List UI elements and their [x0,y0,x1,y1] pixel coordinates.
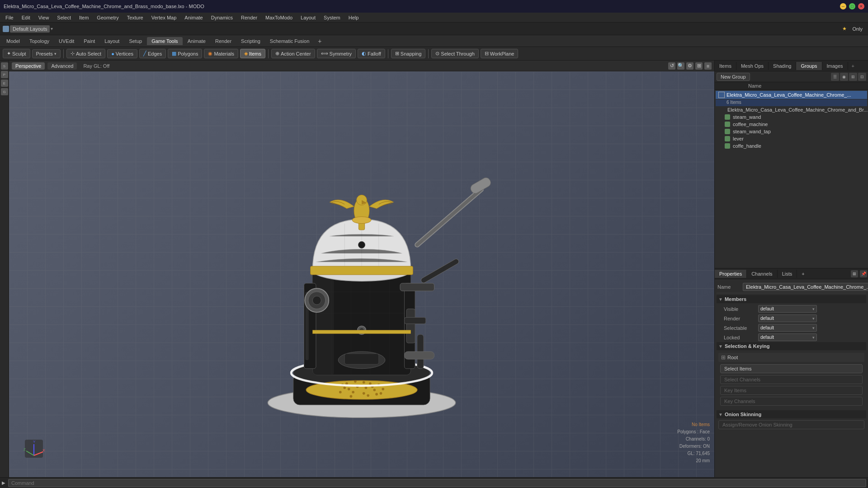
tab-schematic[interactable]: Schematic Fusion [265,37,314,45]
tab-animate[interactable]: Animate [183,37,210,45]
tab-render[interactable]: Render [211,37,236,45]
menu-layout[interactable]: Layout [297,14,319,21]
menu-maxcomodo[interactable]: MaxToModo [262,14,296,21]
scene-item-4[interactable]: lever [716,135,867,142]
scene-group-header[interactable]: Elektra_Micro_Casa_Leva_Coffee_Machine_C… [716,91,867,99]
props-tab-lists[interactable]: Lists [778,270,797,278]
menu-dynamics[interactable]: Dynamics [208,14,236,21]
vp-icon-reset[interactable]: ↺ [668,62,675,70]
tab-topology[interactable]: Topology [25,37,54,45]
props-expand-btn[interactable]: ⊞ [851,270,858,277]
rtab-items[interactable]: Items [715,62,736,70]
vp-icon-search[interactable]: 🔍 [677,62,684,70]
scene-item-1[interactable]: steam_wand [716,113,867,121]
close-button[interactable]: ✕ [858,3,864,9]
falloff-button[interactable]: ◐ Falloff [358,49,385,58]
selectthrough-button[interactable]: ⊙ Select Through [431,49,478,58]
menu-file[interactable]: File [2,14,17,21]
left-icon-2[interactable]: P [1,71,8,78]
tab-model[interactable]: Model [2,37,24,45]
members-section-header[interactable]: ▼ Members [717,295,866,303]
polygons-button[interactable]: ▦ Polygons [168,49,202,58]
tab-gametools[interactable]: Game Tools [147,37,183,45]
left-icon-3[interactable]: E [1,80,8,87]
rtoolbar-icon3[interactable]: ⊞ [849,73,857,81]
sculpt-button[interactable]: ✦ Sculpt [3,49,30,58]
rtoolbar-icon4[interactable]: ⊟ [858,73,866,81]
left-icon-1[interactable]: S [1,62,8,70]
render-select[interactable]: default ▾ [758,314,817,322]
menu-edit[interactable]: Edit [18,14,34,21]
default-layouts-btn[interactable]: Default Layouts [10,25,50,33]
select-channels-button[interactable]: Select Channels [720,375,863,384]
tab-paint[interactable]: Paint [79,37,99,45]
locked-select[interactable]: default ▾ [758,333,817,341]
menu-animate[interactable]: Animate [181,14,206,21]
rtab-shading[interactable]: Shading [769,62,796,70]
props-tab-add[interactable]: + [797,270,809,278]
visible-select[interactable]: default ▾ [758,305,817,313]
menu-geometry[interactable]: Geometry [93,14,122,21]
scene-item-3[interactable]: steam_wand_tap [716,128,867,135]
menu-system[interactable]: System [320,14,344,21]
vertices-button[interactable]: ● Vertices [107,49,137,58]
tab-scripting[interactable]: Scripting [236,37,265,45]
scene-item-5[interactable]: coffe_handle [716,142,867,150]
props-tab-properties[interactable]: Properties [715,270,747,278]
layout-icon[interactable] [3,26,9,32]
minimize-button[interactable]: ─ [840,3,846,9]
assign-remove-onion-button[interactable]: Assign/Remove Onion Skinning [718,420,864,429]
scene-item-0[interactable]: Elektra_Micro_Casa_Leva_Coffee_Machine_C… [716,106,867,113]
presets-button[interactable]: Presets ▾ [32,49,61,58]
props-tab-channels[interactable]: Channels [747,270,777,278]
menu-item[interactable]: Item [75,14,92,21]
rtab-add[interactable]: + [848,62,858,70]
tab-uvedit[interactable]: UVEdit [54,37,79,45]
vp-icon-settings[interactable]: ⚙ [686,62,693,70]
left-icon-4[interactable]: G [1,88,8,95]
tab-layout[interactable]: Layout [100,37,124,45]
key-channels-button[interactable]: Key Channels [720,397,863,406]
viewport-canvas[interactable]: No Items Polygons : Face Channels: 0 Def… [9,71,714,478]
rtab-images[interactable]: Images [822,62,848,70]
edges-button[interactable]: ╱ Edges [139,49,166,58]
menu-help[interactable]: Help [345,14,363,21]
right-toolbar: New Group ☰ ◉ ⊞ ⊟ [715,71,868,82]
actioncenter-button[interactable]: ⊕ Action Center [271,49,315,58]
rtab-groups[interactable]: Groups [796,62,822,70]
layout-dropdown-arrow[interactable]: ▾ [51,26,53,31]
menu-select[interactable]: Select [53,14,75,21]
selectable-select[interactable]: default ▾ [758,324,817,332]
props-name-row: Name Elektra_Micro_Casa_Leva_Coffee_Mach… [717,281,866,293]
select-items-button[interactable]: Select Items [720,364,863,373]
vp-icon-expand[interactable]: ⊞ [695,62,703,70]
viewport-advanced-tab[interactable]: Advanced [47,62,77,70]
viewport-perspective-tab[interactable]: Perspective [12,62,45,70]
rtoolbar-icon1[interactable]: ☰ [831,73,839,81]
rtab-meshops[interactable]: Mesh Ops [736,62,769,70]
rtoolbar-icon2[interactable]: ◉ [840,73,848,81]
items-button[interactable]: ◈ Items [240,49,265,58]
menu-vertexmap[interactable]: Vertex Map [148,14,180,21]
menu-texture[interactable]: Texture [123,14,147,21]
scene-list[interactable]: Elektra_Micro_Casa_Leva_Coffee_Machine_C… [715,90,868,268]
props-pin-btn[interactable]: 📌 [860,270,867,277]
keying-section-header[interactable]: ▼ Selection & Keying [717,342,866,350]
symmetry-button[interactable]: ⟺ Symmetry [317,49,356,58]
menu-render[interactable]: Render [237,14,261,21]
onion-section-header[interactable]: ▼ Onion Skinning [717,410,866,418]
menu-view[interactable]: View [35,14,53,21]
new-group-button[interactable]: New Group [717,73,750,81]
key-items-button[interactable]: Key Items [720,386,863,395]
materials-button[interactable]: ◉ Materials [204,49,238,58]
selectable-arrow: ▾ [812,326,815,330]
snapping-button[interactable]: ⊞ Snapping [391,49,426,58]
tab-setup[interactable]: Setup [124,37,146,45]
workplane-button[interactable]: ⊟ WorkPlane [481,49,519,58]
scene-item-2[interactable]: coffee_machine [716,121,867,128]
vp-icon-more[interactable]: ≡ [704,62,712,70]
add-tab-button[interactable]: + [314,37,325,46]
maximize-button[interactable]: □ [849,3,855,9]
name-value[interactable]: Elektra_Micro_Casa_Leva_Coffee_Machine_C… [743,283,868,291]
autoselect-button[interactable]: ⊹ Auto Select [66,49,105,58]
